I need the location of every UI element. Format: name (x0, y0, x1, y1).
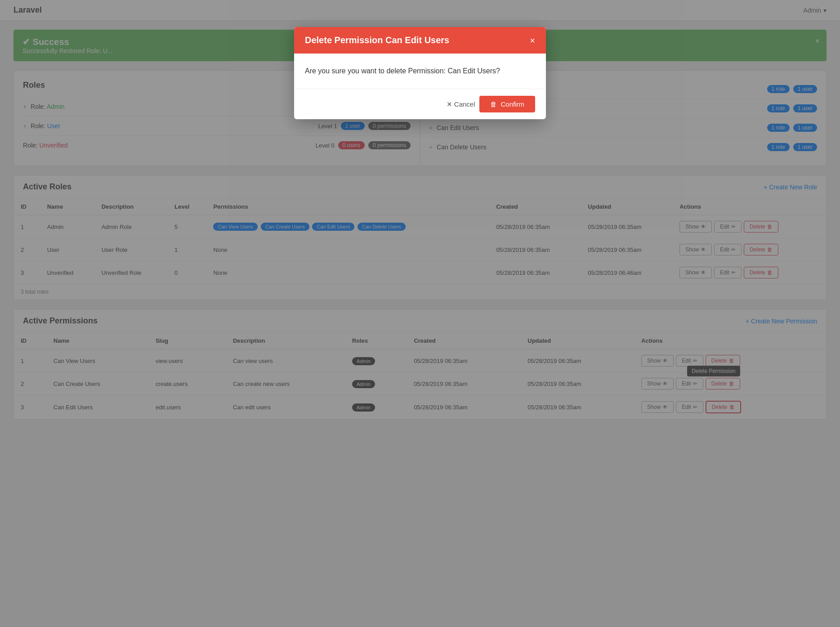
modal-title: Delete Permission Can Edit Users (305, 35, 449, 45)
modal-cancel-button[interactable]: ✕ Cancel (447, 100, 475, 108)
modal-close-button[interactable]: × (530, 36, 535, 45)
confirm-icon: 🗑 (490, 100, 497, 108)
modal-message: Are you sure you want to delete Permissi… (305, 67, 535, 75)
modal-footer: ✕ Cancel 🗑 Confirm (294, 89, 546, 119)
confirm-label: Confirm (500, 100, 524, 108)
delete-permission-modal: Delete Permission Can Edit Users × Are y… (294, 27, 546, 119)
modal-confirm-button[interactable]: 🗑 Confirm (479, 96, 535, 112)
modal-overlay[interactable]: Delete Permission Can Edit Users × Are y… (0, 0, 840, 438)
modal-header: Delete Permission Can Edit Users × (294, 27, 546, 54)
modal-body: Are you sure you want to delete Permissi… (294, 54, 546, 89)
